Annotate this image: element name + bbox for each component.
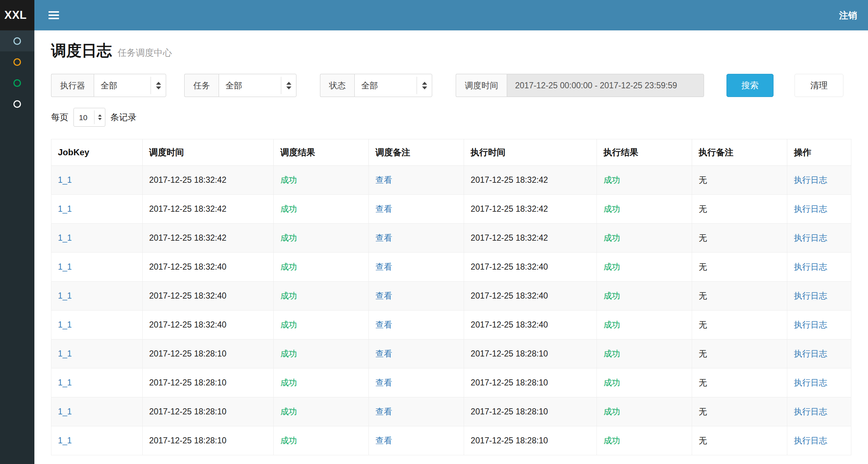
- exec-log-link[interactable]: 执行日志: [794, 349, 827, 358]
- exec-time-cell: 2017-12-25 18:32:42: [464, 195, 597, 224]
- exec-time-cell: 2017-12-25 18:32:42: [464, 166, 597, 195]
- dispatch-time-cell: 2017-12-25 18:28:10: [142, 339, 273, 368]
- jobkey-link[interactable]: 1_1: [58, 320, 72, 329]
- exec-result-text: 成功: [603, 349, 620, 358]
- jobkey-link[interactable]: 1_1: [58, 349, 72, 358]
- dispatch-result-text: 成功: [280, 291, 297, 300]
- dispatch-remark-link[interactable]: 查看: [375, 204, 392, 214]
- exec-log-link[interactable]: 执行日志: [794, 436, 827, 445]
- jobkey-link[interactable]: 1_1: [58, 378, 72, 387]
- sidebar-item-4[interactable]: [0, 93, 34, 114]
- page-size-suffix-label: 条记录: [110, 111, 136, 123]
- status-select[interactable]: 全部: [354, 74, 432, 97]
- exec-time-cell: 2017-12-25 18:32:40: [464, 253, 597, 282]
- dispatch-remark-link[interactable]: 查看: [375, 407, 392, 416]
- jobkey-cell: 1_1: [51, 166, 143, 195]
- table-row: 1_12017-12-25 18:32:40成功查看2017-12-25 18:…: [51, 282, 851, 311]
- dispatch-remark-link[interactable]: 查看: [375, 233, 392, 242]
- exec-time-cell: 2017-12-25 18:28:10: [464, 368, 597, 397]
- dispatch-remark-link[interactable]: 查看: [375, 378, 392, 387]
- exec-log-link[interactable]: 执行日志: [794, 320, 827, 329]
- action-cell: 执行日志: [787, 224, 851, 253]
- column-header-5: 执行时间: [464, 139, 597, 166]
- dispatch-result-cell: 成功: [274, 368, 369, 397]
- exec-result-cell: 成功: [597, 397, 692, 426]
- table-row: 1_12017-12-25 18:32:40成功查看2017-12-25 18:…: [51, 311, 851, 339]
- table-row: 1_12017-12-25 18:32:42成功查看2017-12-25 18:…: [51, 224, 851, 253]
- app-logo[interactable]: XXL: [0, 0, 34, 30]
- sidebar-item-3[interactable]: [0, 72, 34, 93]
- exec-result-text: 成功: [603, 204, 620, 214]
- sidebar-toggle-button[interactable]: [43, 0, 64, 30]
- jobkey-link[interactable]: 1_1: [58, 262, 72, 271]
- exec-log-link[interactable]: 执行日志: [794, 233, 827, 242]
- jobkey-cell: 1_1: [51, 224, 143, 253]
- dispatch-remark-link[interactable]: 查看: [375, 436, 392, 445]
- exec-result-cell: 成功: [597, 426, 692, 455]
- schedule-time-filter-label: 调度时间: [456, 74, 507, 97]
- exec-log-link[interactable]: 执行日志: [794, 407, 827, 416]
- jobkey-cell: 1_1: [51, 339, 143, 368]
- exec-time-cell: 2017-12-25 18:28:10: [464, 339, 597, 368]
- dispatch-remark-link[interactable]: 查看: [375, 262, 392, 271]
- sidebar-item-1[interactable]: [0, 30, 34, 51]
- exec-log-link[interactable]: 执行日志: [794, 204, 827, 214]
- exec-remark-cell: 无: [692, 224, 787, 253]
- executor-filter-group: 执行器 全部: [51, 74, 166, 97]
- exec-time-cell: 2017-12-25 18:28:10: [464, 426, 597, 455]
- logout-link[interactable]: 注销: [839, 0, 857, 30]
- jobkey-cell: 1_1: [51, 426, 143, 455]
- jobkey-link[interactable]: 1_1: [58, 204, 72, 214]
- dispatch-remark-link[interactable]: 查看: [375, 291, 392, 300]
- search-button[interactable]: 搜索: [726, 74, 774, 97]
- job-select-wrap: 全部: [219, 74, 296, 97]
- column-header-7: 执行备注: [692, 139, 787, 166]
- job-filter-group: 任务 全部: [184, 74, 296, 97]
- exec-log-link[interactable]: 执行日志: [794, 262, 827, 271]
- exec-time-cell: 2017-12-25 18:32:40: [464, 282, 597, 311]
- dispatch-result-text: 成功: [280, 349, 297, 358]
- column-header-1: JobKey: [51, 139, 143, 166]
- page-size-prefix-label: 每页: [51, 111, 68, 123]
- circle-icon: [13, 79, 21, 87]
- dispatch-result-text: 成功: [280, 436, 297, 445]
- clear-button[interactable]: 清理: [795, 74, 843, 97]
- dispatch-result-text: 成功: [280, 262, 297, 271]
- status-filter-label: 状态: [320, 74, 354, 97]
- table-row: 1_12017-12-25 18:28:10成功查看2017-12-25 18:…: [51, 397, 851, 426]
- jobkey-link[interactable]: 1_1: [58, 291, 72, 300]
- exec-log-link[interactable]: 执行日志: [794, 291, 827, 300]
- dispatch-remark-cell: 查看: [369, 224, 464, 253]
- dispatch-remark-link[interactable]: 查看: [375, 175, 392, 185]
- dispatch-result-cell: 成功: [274, 311, 369, 339]
- executor-select[interactable]: 全部: [94, 74, 166, 97]
- table-row: 1_12017-12-25 18:28:10成功查看2017-12-25 18:…: [51, 368, 851, 397]
- log-table-body: 1_12017-12-25 18:32:42成功查看2017-12-25 18:…: [51, 166, 851, 455]
- jobkey-link[interactable]: 1_1: [58, 233, 72, 242]
- jobkey-link[interactable]: 1_1: [58, 436, 72, 445]
- sidebar-item-2[interactable]: [0, 51, 34, 72]
- exec-remark-cell: 无: [692, 426, 787, 455]
- page-size-select[interactable]: 10: [73, 108, 105, 127]
- dispatch-remark-link[interactable]: 查看: [375, 349, 392, 358]
- xxl-job-admin-app: XXL 注销 调度日志 任务调度中心 执行器 全部: [0, 0, 868, 464]
- exec-time-cell: 2017-12-25 18:28:10: [464, 397, 597, 426]
- exec-log-link[interactable]: 执行日志: [794, 175, 827, 185]
- dispatch-remark-link[interactable]: 查看: [375, 320, 392, 329]
- action-cell: 执行日志: [787, 195, 851, 224]
- exec-remark-cell: 无: [692, 397, 787, 426]
- exec-result-cell: 成功: [597, 339, 692, 368]
- circle-icon: [13, 37, 21, 45]
- jobkey-link[interactable]: 1_1: [58, 175, 72, 185]
- dispatch-time-cell: 2017-12-25 18:32:42: [142, 195, 273, 224]
- jobkey-link[interactable]: 1_1: [58, 407, 72, 416]
- exec-log-link[interactable]: 执行日志: [794, 378, 827, 387]
- schedule-time-range-input[interactable]: [507, 74, 704, 97]
- dispatch-time-cell: 2017-12-25 18:32:40: [142, 282, 273, 311]
- exec-result-text: 成功: [603, 378, 620, 387]
- page-size-select-wrap: 10: [73, 108, 105, 127]
- dispatch-time-cell: 2017-12-25 18:32:40: [142, 311, 273, 339]
- job-select[interactable]: 全部: [219, 74, 296, 97]
- exec-result-text: 成功: [603, 291, 620, 300]
- dispatch-time-cell: 2017-12-25 18:28:10: [142, 426, 273, 455]
